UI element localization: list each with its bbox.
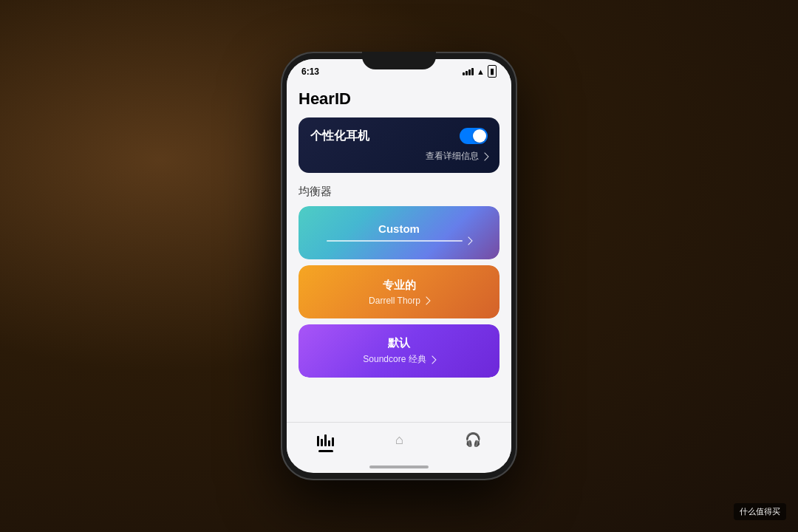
hearid-detail-link[interactable]: 查看详细信息 [310,150,488,163]
tab-headphones[interactable]: 🎧 [453,429,493,451]
tab-eq-active-bar [318,450,333,452]
personalization-toggle[interactable] [460,128,488,144]
headphones-icon: 🎧 [465,432,481,448]
custom-chevron-icon [464,236,472,245]
eq-card-default-subtitle: Soundcore 经典 [363,353,426,366]
phone-screen: 6:13 ▲ ▮ HearID [287,59,511,473]
eq-card-pro-subtitle: Darrell Thorp [369,296,420,306]
custom-slider-row [327,238,471,244]
eq-card-custom[interactable]: Custom [299,206,499,259]
status-time: 6:13 [301,66,319,77]
signal-icon [463,68,474,75]
eq-card-custom-content: Custom [299,222,499,244]
eq-card-custom-name: Custom [378,222,420,235]
hearid-card-header: 个性化耳机 [310,128,488,144]
tab-home[interactable]: ⌂ [383,429,415,451]
wifi-icon: ▲ [477,67,485,76]
tab-bar: ⌂ 🎧 [287,422,511,463]
home-icon: ⌂ [395,432,403,448]
pro-sub-row: Darrell Thorp [309,296,489,306]
tab-eq[interactable] [305,430,346,449]
eq-card-pro-name: 专业的 [383,279,416,293]
hearid-card[interactable]: 个性化耳机 查看详细信息 [299,117,499,173]
phone-wrapper: 6:13 ▲ ▮ HearID [281,52,517,480]
equalizer-section-title: 均衡器 [299,185,499,199]
default-chevron-icon [428,355,436,364]
eq-card-pro-content: 专业的 Darrell Thorp [299,279,499,306]
watermark: 什么值得买 [734,503,786,520]
eq-card-default[interactable]: 默认 Soundcore 经典 [299,324,499,378]
app-title: HearID [299,86,499,109]
eq-cards-list: Custom 专业的 Darrell [299,206,499,386]
eq-card-default-name: 默认 [388,336,410,350]
detail-chevron-icon [480,152,488,160]
notch [362,52,436,69]
pro-chevron-icon [422,296,430,304]
eq-icon [317,433,334,446]
eq-card-pro[interactable]: 专业的 Darrell Thorp [299,265,499,318]
detail-link-text: 查看详细信息 [426,150,479,163]
battery-icon: ▮ [488,65,497,78]
custom-slider-line [327,240,462,242]
eq-card-default-content: 默认 Soundcore 经典 [299,336,499,366]
hearid-card-title: 个性化耳机 [310,129,369,144]
phone-frame: 6:13 ▲ ▮ HearID [281,52,517,480]
status-icons: ▲ ▮ [463,65,497,78]
home-indicator [369,466,429,468]
default-sub-row: Soundcore 经典 [309,353,489,366]
app-content: HearID 个性化耳机 查看详细信息 均衡器 [287,81,511,422]
